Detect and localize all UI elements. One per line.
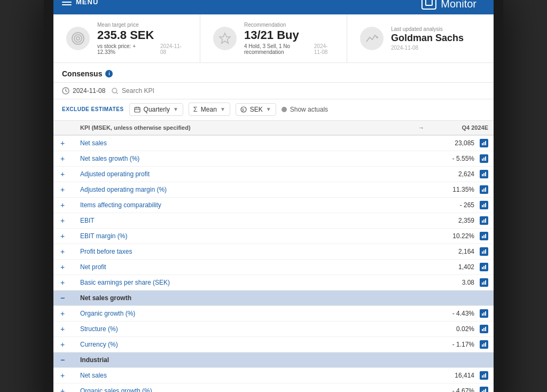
kpi-name[interactable]: EBIT [80, 217, 95, 224]
agg-select[interactable]: Σ Mean ▼ [189, 103, 230, 116]
expand-button[interactable]: + [59, 340, 66, 349]
arrow-cell [413, 275, 429, 291]
arrow-cell [413, 260, 429, 275]
stat-sub-analysis: 2024-11-08 [391, 45, 464, 51]
expand-button[interactable]: + [59, 325, 66, 333]
expand-button[interactable]: + [59, 387, 66, 392]
chart-mini-icon[interactable] [480, 263, 488, 271]
sigma-icon: Σ [193, 105, 198, 113]
kpi-name[interactable]: Net sales growth (%) [80, 155, 139, 162]
kpi-name-cell: Net sales growth (%) [75, 151, 413, 167]
expand-button[interactable]: + [59, 216, 66, 225]
svg-rect-24 [483, 189, 485, 192]
kpi-name[interactable]: Adjusted operating margin (%) [80, 186, 167, 193]
chart-mini-icon[interactable] [480, 309, 488, 318]
expand-button[interactable]: + [59, 170, 66, 178]
svg-rect-47 [482, 329, 483, 331]
table-row: + Adjusted operating profit 2,624 [53, 167, 494, 182]
kpi-name[interactable]: EBIT margin (%) [80, 232, 127, 240]
kpi-name[interactable]: Profit before taxes [80, 248, 132, 255]
chart-mini-icon[interactable] [480, 232, 488, 240]
kpi-name[interactable]: Structure (%) [80, 325, 118, 333]
chart-mini-icon[interactable] [480, 201, 488, 209]
section-name-cell: Net sales growth [75, 291, 494, 306]
kpi-value: 10.22% [452, 232, 474, 240]
kpi-name[interactable]: Net sales [80, 372, 107, 379]
kpi-name[interactable]: Basic earnings per share (SEK) [80, 279, 170, 286]
kpi-name[interactable]: Currency (%) [80, 341, 118, 348]
chart-mini-icon[interactable] [480, 340, 488, 349]
chart-mini-icon[interactable] [480, 170, 488, 178]
kpi-name[interactable]: Net profit [80, 263, 106, 271]
chart-mini-icon[interactable] [480, 371, 488, 380]
kpi-value: 16,414 [455, 372, 474, 379]
chart-mini-icon[interactable] [480, 247, 488, 256]
svg-point-2 [76, 37, 80, 40]
chart-mini-icon[interactable] [480, 278, 488, 287]
chart-mini-icon[interactable] [480, 216, 488, 225]
value-cell: - 265 [429, 198, 494, 213]
kpi-name[interactable]: Items affecting comparability [80, 201, 161, 209]
svg-rect-26 [482, 205, 483, 207]
chart-mini-icon[interactable] [480, 185, 488, 194]
period-select[interactable]: Quarterly ▼ [129, 103, 183, 116]
arrow-cell [413, 229, 429, 244]
kpi-name-cell: Net sales [75, 368, 413, 383]
collapse-button[interactable]: − [59, 294, 66, 302]
svg-rect-43 [485, 280, 486, 285]
svg-rect-28 [485, 203, 486, 207]
chart-mini-icon[interactable] [480, 139, 488, 147]
expand-button[interactable]: + [59, 201, 66, 209]
analysis-icon [360, 27, 384, 50]
info-icon[interactable]: i [105, 70, 113, 77]
col-arrow-header: → [413, 121, 429, 135]
collapse-button[interactable]: − [59, 356, 66, 364]
expand-button[interactable]: + [59, 247, 66, 256]
stat-sub-rec: 4 Hold, 3 Sell, 1 No recommendation 2024… [244, 43, 334, 55]
expand-button[interactable]: + [59, 232, 66, 240]
chart-mini-icon[interactable] [480, 325, 488, 333]
chart-mini-icon[interactable] [480, 154, 488, 163]
currency-select[interactable]: $ SEK ▼ [236, 103, 276, 116]
expand-button[interactable]: + [59, 278, 66, 287]
navbar: MENU MODULAR FINANCE Monitor [53, 0, 494, 14]
table-row: + Organic sales growth (%) - 4.67% [53, 383, 494, 392]
svg-rect-20 [482, 174, 483, 176]
kpi-name[interactable]: Adjusted operating profit [80, 170, 150, 178]
kpi-value: 3.08 [462, 279, 474, 286]
kpi-name[interactable]: Net sales [80, 139, 107, 147]
kpi-name[interactable]: Organic growth (%) [80, 310, 135, 317]
expand-button[interactable]: + [59, 185, 66, 194]
svg-rect-58 [485, 389, 486, 392]
show-actuals-toggle[interactable]: Show actuals [282, 106, 328, 113]
search-input[interactable] [122, 87, 485, 95]
value-cell: - 1.17% [429, 337, 494, 352]
filters-bar: EXCLUDE ESTIMATES Quarterly ▼ Σ Mean ▼ [53, 99, 494, 121]
expand-button[interactable]: + [59, 371, 66, 380]
expand-button[interactable]: + [59, 154, 66, 163]
svg-rect-39 [483, 266, 485, 269]
expand-button[interactable]: + [59, 263, 66, 271]
kpi-value: 11.35% [452, 186, 474, 193]
expand-button[interactable]: + [59, 139, 66, 147]
arrow-cell [413, 383, 429, 392]
stat-content-rec: Recommendation 13/21 Buy 4 Hold, 3 Sell,… [244, 22, 334, 55]
svg-rect-17 [482, 159, 483, 161]
col-q4-header: Q4 2024E [429, 121, 494, 135]
logo-inner [425, 0, 433, 6]
table-row: + Currency (%) - 1.17% [53, 337, 494, 352]
arrow-cell [413, 368, 429, 383]
expand-button[interactable]: + [59, 309, 66, 318]
svg-rect-16 [485, 141, 486, 145]
table-row: + Items affecting comparability - 265 [53, 198, 494, 213]
table-row: + Structure (%) 0.02% [53, 322, 494, 337]
currency-selected: SEK [250, 106, 263, 113]
svg-rect-33 [483, 235, 485, 238]
chart-mini-icon[interactable] [480, 387, 488, 392]
kpi-tbody: + Net sales 23,085 [53, 135, 494, 392]
kpi-name-cell: Structure (%) [75, 322, 413, 337]
toolbar: 2024-11-08 [53, 83, 494, 99]
svg-rect-23 [482, 190, 483, 192]
kpi-name[interactable]: Organic sales growth (%) [80, 387, 152, 392]
hamburger-menu[interactable] [62, 0, 72, 5]
